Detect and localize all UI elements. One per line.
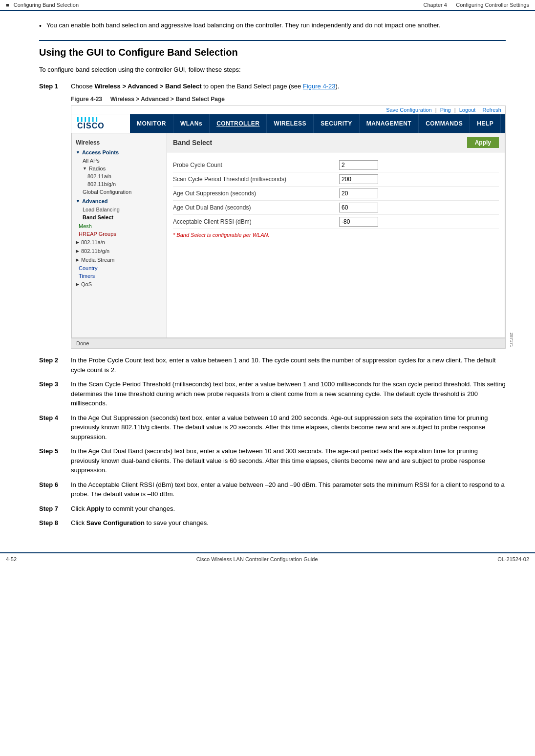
- form-input-0[interactable]: [339, 160, 378, 170]
- sidebar-timers[interactable]: Timers: [72, 272, 167, 280]
- content-area: Wireless ▼ Access Points All APs ▼Radios…: [71, 133, 505, 338]
- sidebar-section-ap: ▼ Access Points All APs ▼Radios 802.11a/…: [72, 148, 167, 196]
- step-content-7: Click Apply to commit your changes.: [71, 504, 506, 514]
- sidebar-80211an-section[interactable]: ▶ 802.11a/n: [72, 238, 167, 247]
- step-label-1: Step 1: [39, 82, 71, 91]
- step-label-3: Step 3: [39, 379, 71, 408]
- sidebar-mesh[interactable]: Mesh: [72, 222, 167, 230]
- form-input-3[interactable]: [339, 203, 378, 212]
- sidebar-all-aps[interactable]: All APs: [72, 157, 167, 165]
- arrow-qos: ▶: [76, 282, 79, 287]
- step-content-3: In the Scan Cycle Period Threshold (mill…: [71, 379, 506, 408]
- form-input-2[interactable]: [339, 189, 378, 198]
- sidebar-media-stream[interactable]: ▶ Media Stream: [72, 255, 167, 264]
- step-1: Step 1 Choose Wireless > Advanced > Band…: [39, 82, 506, 91]
- form-label-3: Age Out Dual Band (seconds): [173, 204, 339, 211]
- steps-container: Step 2 In the Probe Cycle Count text box…: [39, 356, 506, 528]
- sidebar-hreap[interactable]: HREAP Groups: [72, 230, 167, 238]
- step-content-2: In the Probe Cycle Count text box, enter…: [71, 356, 506, 375]
- done-label: Done: [76, 340, 89, 346]
- form-label-1: Scan Cycle Period Threshold (millisecond…: [173, 176, 339, 183]
- step-intro: To configure band selection using the co…: [39, 65, 506, 75]
- step-label-6: Step 6: [39, 480, 71, 499]
- footer-page: 4-52: [6, 556, 17, 562]
- apply-button[interactable]: Apply: [467, 137, 499, 148]
- save-config-link[interactable]: Save Configuration: [386, 107, 432, 113]
- done-bar: Done: [71, 338, 505, 348]
- nav-wlans[interactable]: WLANs: [173, 114, 210, 133]
- step-label-4: Step 4: [39, 413, 71, 442]
- form-row-4: Acceptable Client RSSI (dBm): [173, 215, 499, 229]
- sidebar-section-advanced: ▼ Advanced Load Balancing Band Select: [72, 197, 167, 221]
- nav-controller[interactable]: CONTROLLER: [210, 114, 267, 133]
- sidebar-label-advanced: Advanced: [82, 198, 108, 204]
- step-content-6: In the Acceptable Client RSSI (dBm) text…: [71, 480, 506, 499]
- bullet-dot: •: [39, 21, 42, 31]
- cisco-logo-area: ▌▌▌▌▌▌ CISCO: [71, 114, 130, 133]
- nav-security[interactable]: SECURITY: [314, 114, 360, 133]
- nav-feedback[interactable]: FEEDBACK: [501, 114, 535, 133]
- refresh-link[interactable]: Refresh: [482, 107, 501, 113]
- form-label-4: Acceptable Client RSSI (dBm): [173, 218, 339, 225]
- nav-management[interactable]: MANAGEMENT: [360, 114, 419, 133]
- sidebar-80211bgn-section[interactable]: ▶ 802.11b/g/n: [72, 247, 167, 255]
- ui-topbar: Save Configuration | Ping | Logout Refre…: [71, 106, 505, 114]
- doc-body: • You can enable both band selection and…: [0, 11, 535, 543]
- form-row-1: Scan Cycle Period Threshold (millisecond…: [173, 172, 499, 187]
- sidebar-band-select[interactable]: Band Select: [72, 213, 167, 221]
- doc-footer: 4-52 Cisco Wireless LAN Controller Confi…: [0, 552, 535, 565]
- step-label-2: Step 2: [39, 356, 71, 375]
- figure-caption-area: Figure 4-23 Wireless > Advanced > Band S…: [71, 96, 506, 349]
- sidebar-radios[interactable]: ▼Radios: [72, 165, 167, 172]
- main-content-panel: Band Select Apply Probe Cycle CountScan …: [167, 133, 505, 337]
- sidebar-80211bgn[interactable]: 802.11b/g/n: [87, 180, 167, 188]
- collapse-arrow-advanced: ▼: [76, 199, 80, 204]
- sidebar-header-ap[interactable]: ▼ Access Points: [72, 148, 167, 157]
- nav-help[interactable]: HELP: [470, 114, 501, 133]
- step-5: Step 5 In the Age Out Dual Band (seconds…: [39, 446, 506, 475]
- nav-monitor[interactable]: MONITOR: [130, 114, 173, 133]
- step-8: Step 8 Click Save Configuration to save …: [39, 518, 506, 528]
- label-80211bgn: 802.11b/g/n: [81, 248, 109, 254]
- step-2: Step 2 In the Probe Cycle Count text box…: [39, 356, 506, 375]
- form-table: Probe Cycle CountScan Cycle Period Thres…: [167, 152, 505, 247]
- step-content-4: In the Age Out Suppression (seconds) tex…: [71, 413, 506, 442]
- figure-link[interactable]: Figure 4-23: [303, 83, 335, 90]
- form-input-1[interactable]: [339, 174, 378, 184]
- cisco-logo: ▌▌▌▌▌▌ CISCO: [77, 117, 105, 130]
- form-row-2: Age Out Suppression (seconds): [173, 187, 499, 201]
- step-content-8: Click Save Configuration to save your ch…: [71, 518, 506, 528]
- doc-header: ■ Configuring Band Selection Chapter 4 C…: [0, 0, 535, 11]
- step-7: Step 7 Click Apply to commit your change…: [39, 504, 506, 514]
- nav-items: MONITOR WLANs CONTROLLER WIRELESS SECURI…: [130, 114, 535, 133]
- step-label-5: Step 5: [39, 446, 71, 475]
- sidebar-country[interactable]: Country: [72, 264, 167, 272]
- arrow-80211an: ▶: [76, 240, 79, 245]
- form-rows: Probe Cycle CountScan Cycle Period Thres…: [173, 158, 499, 229]
- footer-left: Cisco Wireless LAN Controller Configurat…: [196, 556, 318, 562]
- figure-caption: Figure 4-23 Wireless > Advanced > Band S…: [71, 96, 506, 103]
- sidebar-80211an[interactable]: 802.11a/n: [87, 172, 167, 180]
- sidebar-radios-items: 802.11a/n 802.11b/g/n: [72, 172, 167, 188]
- nav-commands[interactable]: COMMANDS: [419, 114, 470, 133]
- sidebar-qos[interactable]: ▶ QoS: [72, 280, 167, 289]
- label-media-stream: Media Stream: [81, 257, 114, 263]
- ping-link[interactable]: Ping: [440, 107, 451, 113]
- sidebar-label-ap: Access Points: [82, 149, 119, 155]
- page-title: Band Select: [173, 139, 212, 147]
- form-row-0: Probe Cycle Count: [173, 158, 499, 172]
- step-content-5: In the Age Out Dual Band (seconds) text …: [71, 446, 506, 475]
- arrow-media-stream: ▶: [76, 257, 79, 262]
- sidebar-global-config[interactable]: Global Configuration: [72, 188, 167, 196]
- step-label-8: Step 8: [39, 518, 71, 528]
- step-6: Step 6 In the Acceptable Client RSSI (dB…: [39, 480, 506, 499]
- bullet-text: You can enable both band selection and a…: [46, 21, 441, 31]
- sidebar-header-advanced[interactable]: ▼ Advanced: [72, 197, 167, 206]
- nav-bar: ▌▌▌▌▌▌ CISCO MONITOR WLANs CONTROLLER WI…: [71, 114, 505, 133]
- sidebar-breadcrumb: Wireless: [72, 137, 167, 148]
- sidebar-load-balancing[interactable]: Load Balancing: [72, 206, 167, 213]
- logout-link[interactable]: Logout: [459, 107, 476, 113]
- nav-wireless[interactable]: WIRELESS: [267, 114, 314, 133]
- form-input-4[interactable]: [339, 217, 378, 227]
- form-row-3: Age Out Dual Band (seconds): [173, 201, 499, 215]
